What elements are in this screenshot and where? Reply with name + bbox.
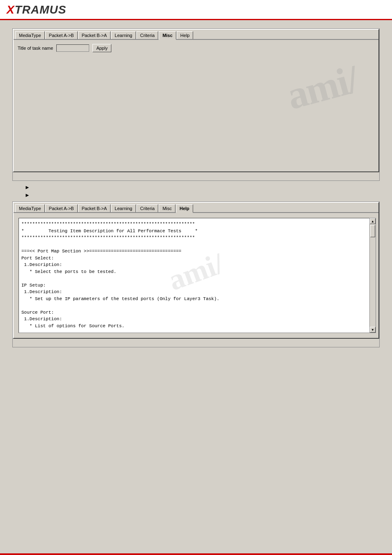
logo-x: X bbox=[7, 3, 15, 16]
logo-rest: TRAMUS bbox=[15, 3, 67, 16]
main-content: MediaType Packet A->B Packet B->A Learni… bbox=[0, 20, 392, 356]
tab-learning-label: Learning bbox=[115, 33, 132, 38]
scrollbar-track: ▲ ▼ bbox=[369, 218, 376, 333]
scrollbar-thumb[interactable] bbox=[370, 225, 375, 237]
help-area-container: ****************************************… bbox=[16, 218, 376, 333]
tab2-packet-a-b-label: Packet A->B bbox=[49, 206, 74, 211]
tab-bar-2: MediaType Packet A->B Packet B->A Learni… bbox=[14, 203, 378, 213]
tab2-criteria[interactable]: Criteria bbox=[136, 204, 158, 212]
panel-2: MediaType Packet A->B Packet B->A Learni… bbox=[12, 201, 380, 347]
tab2-criteria-label: Criteria bbox=[140, 206, 154, 211]
title-input[interactable] bbox=[56, 44, 89, 52]
panel-2-body: ****************************************… bbox=[14, 213, 378, 338]
tab2-help[interactable]: Help bbox=[176, 204, 193, 213]
watermark-1: ami/ bbox=[282, 56, 362, 118]
tab-help-label: Help bbox=[180, 33, 190, 38]
tab-criteria[interactable]: Criteria bbox=[136, 31, 158, 39]
apply-button[interactable]: Apply bbox=[92, 44, 111, 52]
panel-1-body: Title of task name Apply ami/ bbox=[14, 40, 378, 171]
tab2-packet-b-a-label: Packet B->A bbox=[82, 206, 107, 211]
tab-bar-1: MediaType Packet A->B Packet B->A Learni… bbox=[14, 30, 378, 40]
tab-misc-label: Misc bbox=[162, 33, 172, 38]
help-text-area[interactable]: ****************************************… bbox=[18, 218, 374, 333]
arrow-icon-1: ► bbox=[25, 184, 30, 190]
tab2-misc-label: Misc bbox=[162, 206, 172, 211]
tab2-mediatype[interactable]: MediaType bbox=[15, 204, 45, 212]
tab2-misc[interactable]: Misc bbox=[159, 204, 175, 212]
tab-packet-b-a[interactable]: Packet B->A bbox=[78, 31, 111, 39]
tab-mediatype[interactable]: MediaType bbox=[15, 31, 45, 39]
app-header: XTRAMUS bbox=[0, 0, 392, 20]
arrow-icon-2: ► bbox=[25, 192, 30, 198]
arrow-bullet-2: ► bbox=[25, 192, 367, 198]
tab2-learning-label: Learning bbox=[115, 206, 132, 211]
tab-learning[interactable]: Learning bbox=[111, 31, 136, 39]
panel-1: MediaType Packet A->B Packet B->A Learni… bbox=[12, 28, 380, 181]
scrollbar-down-button[interactable]: ▼ bbox=[370, 327, 376, 333]
panel-1-inner: MediaType Packet A->B Packet B->A Learni… bbox=[13, 29, 379, 172]
watermark-area-1: ami/ bbox=[18, 56, 374, 163]
tab-criteria-label: Criteria bbox=[140, 33, 154, 38]
title-row: Title of task name Apply bbox=[18, 44, 374, 52]
tab-misc[interactable]: Misc bbox=[159, 31, 176, 40]
help-text-content: ****************************************… bbox=[21, 221, 366, 333]
title-label: Title of task name bbox=[18, 46, 53, 51]
tab2-packet-a-b[interactable]: Packet A->B bbox=[45, 204, 78, 212]
logo: XTRAMUS bbox=[7, 3, 66, 16]
tab-packet-a-b[interactable]: Packet A->B bbox=[45, 31, 78, 39]
tab2-packet-b-a[interactable]: Packet B->A bbox=[78, 204, 111, 212]
tab2-mediatype-label: MediaType bbox=[19, 206, 41, 211]
panel-2-inner: MediaType Packet A->B Packet B->A Learni… bbox=[13, 202, 379, 339]
tab-mediatype-label: MediaType bbox=[19, 33, 41, 38]
tab-packet-a-b-label: Packet A->B bbox=[49, 33, 74, 38]
tab-packet-b-a-label: Packet B->A bbox=[82, 33, 107, 38]
arrow-bullet-1: ► bbox=[25, 184, 367, 190]
scrollbar-up-button[interactable]: ▲ bbox=[370, 218, 376, 224]
tab-help[interactable]: Help bbox=[177, 31, 194, 39]
tab2-learning[interactable]: Learning bbox=[111, 204, 136, 212]
tab2-help-label: Help bbox=[180, 206, 189, 211]
arrow-bullets: ► ► bbox=[25, 184, 367, 198]
footer-bar bbox=[0, 553, 392, 555]
